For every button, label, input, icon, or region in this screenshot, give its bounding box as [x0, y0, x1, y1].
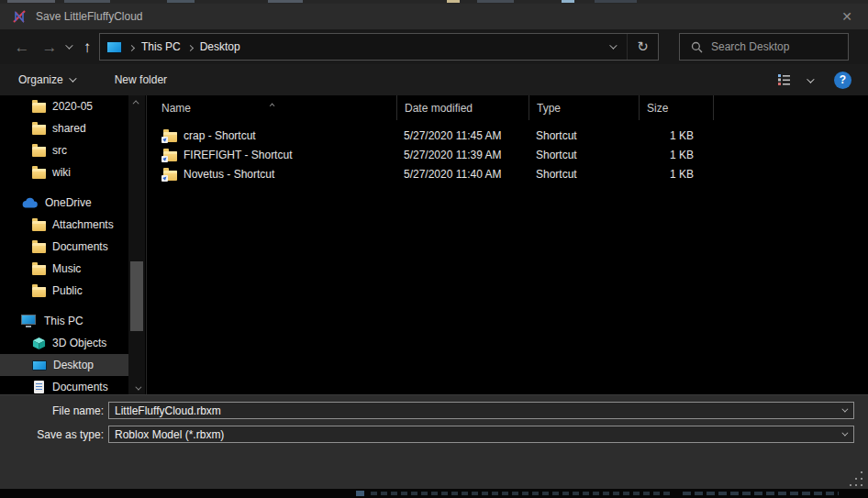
- breadcrumb-separator-icon: [187, 45, 194, 51]
- file-name-label: File name:: [0, 404, 108, 417]
- sidebar-item-documents-onedrive[interactable]: Documents: [0, 236, 128, 258]
- new-folder-button[interactable]: New folder: [106, 64, 176, 95]
- organize-button[interactable]: Organize: [9, 64, 83, 95]
- file-name-input[interactable]: [109, 404, 833, 417]
- navigation-bar: ← → ↑ This PC Desktop ↻: [0, 29, 868, 64]
- help-button[interactable]: ?: [834, 72, 851, 89]
- sidebar-item-attachments[interactable]: Attachments: [0, 214, 128, 236]
- close-button[interactable]: ✕: [826, 4, 868, 29]
- view-options-dropdown[interactable]: [797, 73, 821, 86]
- breadcrumb-this-pc[interactable]: This PC: [141, 40, 181, 53]
- sidebar-item-wiki[interactable]: wiki: [0, 161, 128, 183]
- shortcut-file-icon: [163, 149, 177, 160]
- save-as-type-dropdown-button[interactable]: [833, 426, 853, 442]
- folder-icon: [32, 169, 46, 179]
- column-header-date-modified[interactable]: Date modified: [396, 95, 529, 120]
- chevron-down-icon: [135, 383, 141, 390]
- chevron-down-icon: [609, 41, 617, 49]
- breadcrumb-separator-icon: [128, 45, 135, 51]
- forward-icon: →: [42, 39, 58, 55]
- search-box[interactable]: [679, 33, 849, 61]
- chevron-down-icon: [841, 430, 848, 437]
- refresh-button[interactable]: ↻: [627, 34, 658, 60]
- address-dropdown-button[interactable]: [597, 34, 627, 60]
- file-row-novetus-shortcut[interactable]: Novetus - Shortcut 5/27/2020 11:40 AM Sh…: [147, 164, 868, 183]
- sidebar-item-documents[interactable]: Documents: [0, 376, 128, 394]
- 3d-cube-icon: [32, 337, 46, 350]
- this-pc-icon: [106, 41, 122, 53]
- sidebar-scrollbar[interactable]: [128, 95, 145, 394]
- file-row-crap-shortcut[interactable]: crap - Shortcut 5/27/2020 11:45 AM Short…: [147, 126, 868, 145]
- sidebar-item-shared[interactable]: shared: [0, 117, 128, 139]
- titlebar: Save LittleFluffyCloud ✕: [0, 4, 868, 29]
- chevron-down-icon: [69, 74, 76, 82]
- address-bar[interactable]: This PC Desktop ↻: [99, 33, 659, 61]
- onedrive-cloud-icon: [21, 197, 39, 208]
- scroll-down-button[interactable]: [128, 382, 145, 394]
- change-view-button[interactable]: [772, 73, 797, 86]
- chevron-down-icon: [65, 41, 72, 49]
- chevron-down-icon: [807, 75, 814, 83]
- folder-icon: [32, 287, 46, 297]
- shortcut-file-icon: [163, 130, 177, 141]
- close-icon: ✕: [841, 9, 852, 24]
- folder-icon: [32, 125, 46, 135]
- shortcut-arrow-icon: [161, 175, 168, 182]
- scroll-up-button[interactable]: [128, 95, 145, 108]
- sidebar-item-onedrive[interactable]: OneDrive: [0, 192, 128, 214]
- search-icon: [691, 41, 703, 53]
- up-button[interactable]: ↑: [75, 29, 99, 64]
- background-window-bottom-strip: [0, 489, 868, 498]
- details-view-icon: [777, 73, 792, 86]
- save-as-type-select[interactable]: Roblox Model (*.rbxm): [108, 426, 854, 443]
- sidebar-item-3d-objects[interactable]: 3D Objects: [0, 332, 128, 354]
- chevron-down-icon: [841, 406, 848, 413]
- help-icon: ?: [840, 73, 846, 86]
- save-as-type-label: Save as type:: [0, 428, 108, 441]
- window-title: Save LittleFluffyCloud: [36, 10, 143, 23]
- file-row-firefight-shortcut[interactable]: FIREFIGHT - Shortcut 5/27/2020 11:39 AM …: [147, 145, 868, 164]
- column-header-size[interactable]: Size: [639, 95, 713, 120]
- organize-label: Organize: [18, 73, 63, 86]
- recent-locations-button[interactable]: [61, 29, 75, 64]
- search-input[interactable]: [711, 40, 830, 53]
- shortcut-file-icon: [163, 169, 177, 180]
- sort-ascending-icon: [272, 96, 275, 109]
- chevron-up-icon: [132, 100, 139, 106]
- sidebar-item-desktop[interactable]: Desktop: [0, 354, 128, 376]
- folder-icon: [32, 103, 46, 113]
- file-list: Name Date modified Type Size: [147, 95, 868, 394]
- main-area: 2020-05 shared src wiki OneDrive: [0, 95, 868, 394]
- up-arrow-icon: ↑: [83, 39, 92, 55]
- sidebar-item-music[interactable]: Music: [0, 258, 128, 280]
- resize-grip[interactable]: [850, 484, 851, 486]
- scrollbar-thumb[interactable]: [130, 261, 143, 331]
- folder-icon: [32, 265, 46, 275]
- column-header-type[interactable]: Type: [529, 95, 639, 120]
- desktop-icon: [32, 360, 47, 371]
- command-toolbar: Organize New folder ?: [0, 64, 868, 95]
- document-icon: [34, 381, 44, 393]
- computer-icon: [21, 315, 36, 325]
- column-header-blank: [713, 95, 868, 120]
- folder-icon: [32, 221, 46, 231]
- breadcrumb-desktop[interactable]: Desktop: [200, 40, 240, 53]
- sidebar-item-src[interactable]: src: [0, 139, 128, 161]
- sidebar-item-2020-05[interactable]: 2020-05: [0, 95, 128, 117]
- sidebar-item-this-pc[interactable]: This PC: [0, 310, 128, 332]
- file-name-combobox[interactable]: [108, 402, 854, 419]
- save-as-type-value: Roblox Model (*.rbxm): [109, 428, 833, 441]
- back-button[interactable]: ←: [9, 29, 35, 64]
- folder-icon: [32, 147, 46, 157]
- sidebar-item-public[interactable]: Public: [0, 280, 128, 302]
- refresh-icon: ↻: [637, 39, 649, 55]
- folder-tree-sidebar: 2020-05 shared src wiki OneDrive: [0, 95, 128, 394]
- forward-button[interactable]: →: [37, 29, 62, 64]
- save-dialog: Save LittleFluffyCloud ✕ ← → ↑ This PC D…: [0, 0, 868, 498]
- shortcut-arrow-icon: [161, 156, 168, 162]
- list-header: Name Date modified Type Size: [147, 95, 868, 120]
- back-icon: ←: [15, 39, 30, 55]
- novetus-app-icon: [12, 9, 28, 25]
- file-name-dropdown-button[interactable]: [833, 403, 853, 418]
- save-options-band: File name: Save as type: Roblox Model (*…: [0, 394, 868, 489]
